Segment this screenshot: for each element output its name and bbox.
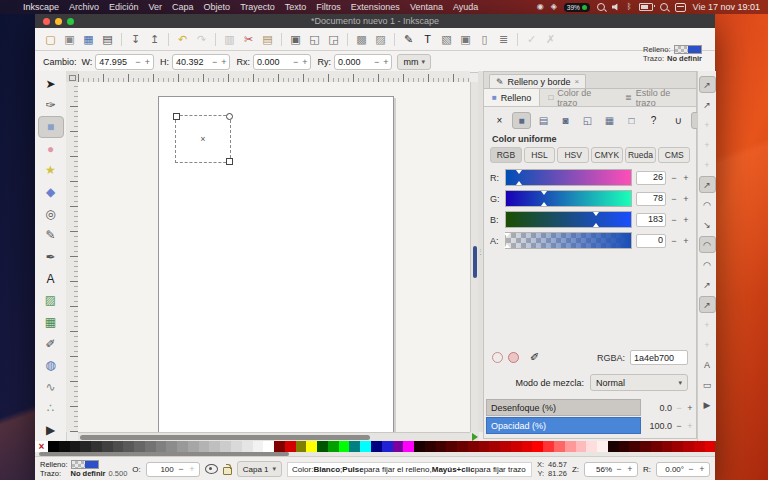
- canvas[interactable]: ×: [78, 82, 470, 432]
- help-icon[interactable]: ?: [644, 112, 663, 129]
- pencil-tool[interactable]: ✎: [38, 224, 64, 246]
- layer-visibility-icon[interactable]: [205, 464, 218, 474]
- radial-gradient-icon[interactable]: ◙: [556, 112, 575, 129]
- slider-value-field[interactable]: 26: [636, 171, 666, 185]
- menu-item[interactable]: Ayuda: [448, 2, 483, 12]
- menu-item[interactable]: Filtros: [311, 2, 346, 12]
- open-document-icon[interactable]: ▣: [60, 30, 79, 48]
- colorspace-tab[interactable]: RGB: [490, 147, 522, 163]
- palette-swatch[interactable]: [285, 441, 296, 452]
- spin-up-icon[interactable]: +: [682, 194, 690, 204]
- gradient-dialog-icon[interactable]: ▧: [437, 30, 456, 48]
- mesh-tool[interactable]: ▦: [38, 311, 64, 333]
- palette-swatch[interactable]: [425, 441, 436, 452]
- slider-marker[interactable]: [504, 244, 510, 248]
- volume-icon[interactable]: [612, 3, 620, 11]
- save-icon[interactable]: ▦: [79, 30, 98, 48]
- selector-tool[interactable]: ➤: [38, 73, 64, 95]
- palette-swatch[interactable]: [382, 441, 393, 452]
- fill-rule-evenodd-icon[interactable]: ∪: [669, 112, 688, 129]
- rectangle-tool[interactable]: ■: [38, 116, 64, 138]
- rgba-value-field[interactable]: 1a4eb700: [630, 350, 688, 365]
- object-opacity-value[interactable]: 100: [150, 465, 174, 474]
- opacity-value[interactable]: 100.0: [644, 421, 672, 431]
- undo-icon[interactable]: ↶: [173, 30, 192, 48]
- spin-down-icon[interactable]: −: [212, 57, 217, 67]
- palette-swatch[interactable]: [156, 441, 167, 452]
- spray-tool[interactable]: ∴: [38, 398, 64, 420]
- color-slider-track[interactable]: [505, 232, 632, 249]
- linear-gradient-icon[interactable]: ▤: [534, 112, 553, 129]
- spin-up-icon[interactable]: +: [383, 57, 388, 67]
- snap-cusp-node-icon[interactable]: ◠: [699, 236, 716, 253]
- palette-swatch[interactable]: [134, 441, 145, 452]
- palette-swatch[interactable]: [48, 441, 59, 452]
- zoom-app-icon[interactable]: [597, 3, 605, 11]
- stroke-width-value[interactable]: 0.500: [109, 470, 128, 478]
- dropbox-icon[interactable]: ◈: [551, 3, 557, 11]
- palette-swatch[interactable]: [576, 441, 587, 452]
- node-tool[interactable]: ✑: [38, 95, 64, 117]
- snap-others-icon[interactable]: ↗: [699, 296, 716, 313]
- stroke-status-value[interactable]: No definir: [71, 470, 106, 478]
- lock-guides-icon[interactable]: [69, 75, 76, 81]
- palette-swatch[interactable]: [403, 441, 414, 452]
- palette-swatch[interactable]: [705, 441, 716, 452]
- palette-swatch[interactable]: [393, 441, 404, 452]
- box3d-tool[interactable]: ◆: [38, 181, 64, 203]
- palette-swatch[interactable]: [242, 441, 253, 452]
- palette-swatch[interactable]: [113, 441, 124, 452]
- menu-item[interactable]: Trayecto: [235, 2, 280, 12]
- layer-selector[interactable]: Capa 1 ▾: [237, 461, 282, 477]
- xml-editor-icon[interactable]: ▣: [456, 30, 475, 48]
- palette-swatch[interactable]: [296, 441, 307, 452]
- colorspace-tab[interactable]: Rueda: [625, 147, 657, 163]
- palette-swatch[interactable]: [468, 441, 479, 452]
- palette-swatch[interactable]: [231, 441, 242, 452]
- panel-notebook-tab[interactable]: □ Color de trazo: [540, 89, 617, 106]
- palette-swatch[interactable]: [59, 441, 70, 452]
- palette-swatch[interactable]: [360, 441, 371, 452]
- spin-up-icon[interactable]: +: [302, 57, 307, 67]
- resize-handle-topleft[interactable]: [173, 113, 180, 120]
- no-paint-icon[interactable]: ×: [490, 112, 509, 129]
- spin-down-icon[interactable]: −: [670, 173, 678, 183]
- rotation-value[interactable]: 0.00°: [660, 465, 684, 474]
- ellipse-tool[interactable]: ●: [38, 138, 64, 160]
- colorspace-tab[interactable]: CMS: [658, 147, 690, 163]
- palette-swatch[interactable]: [489, 441, 500, 452]
- spin-down-icon[interactable]: −: [615, 464, 623, 474]
- palette-swatch[interactable]: [317, 441, 328, 452]
- battery-icon[interactable]: [639, 3, 653, 11]
- palette-swatch[interactable]: [91, 441, 102, 452]
- layer-lock-icon[interactable]: [223, 467, 232, 475]
- palette-swatch[interactable]: [339, 441, 350, 452]
- spin-up-icon[interactable]: +: [698, 464, 706, 474]
- palette-swatch[interactable]: [188, 441, 199, 452]
- menu-item[interactable]: Archivo: [64, 2, 104, 12]
- palette-swatch[interactable]: [629, 441, 640, 452]
- palette-swatch[interactable]: [145, 441, 156, 452]
- menu-item[interactable]: Ver: [144, 2, 168, 12]
- palette-swatch[interactable]: [166, 441, 177, 452]
- color-slider-track[interactable]: [505, 211, 632, 228]
- palette-swatch[interactable]: [263, 441, 274, 452]
- control-center-icon[interactable]: [675, 3, 686, 12]
- palette-swatch[interactable]: [274, 441, 285, 452]
- menu-item[interactable]: Edición: [104, 2, 144, 12]
- palette-swatch[interactable]: [436, 441, 447, 452]
- slider-value-field[interactable]: 183: [636, 213, 666, 227]
- snap-enable-icon[interactable]: ↗: [699, 76, 716, 93]
- colorspace-tab[interactable]: CMYK: [591, 147, 623, 163]
- palette-swatch[interactable]: [446, 441, 457, 452]
- text-icon[interactable]: T: [418, 30, 437, 48]
- slider-marker[interactable]: [593, 212, 599, 216]
- gradient-tool[interactable]: ▨: [38, 289, 64, 311]
- palette-swatch[interactable]: [500, 441, 511, 452]
- slider-marker[interactable]: [516, 170, 522, 174]
- spin-field[interactable]: 0.000 − +: [334, 54, 393, 70]
- palette-swatch[interactable]: [253, 441, 264, 452]
- snap-more-icon[interactable]: ▶: [699, 396, 716, 413]
- slider-value-field[interactable]: 0: [636, 234, 666, 248]
- field-value[interactable]: 0.000: [257, 57, 289, 67]
